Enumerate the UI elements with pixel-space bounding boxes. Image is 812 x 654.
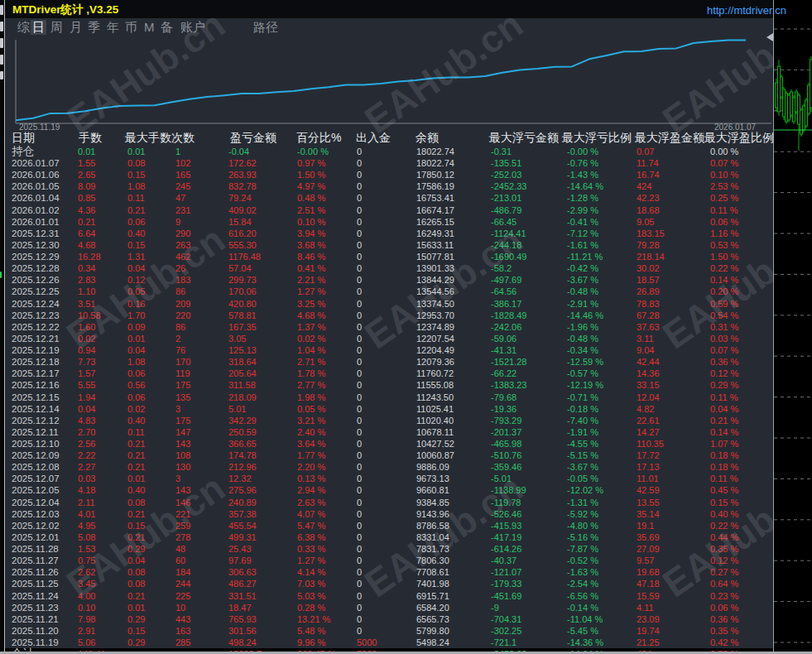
site-link[interactable]: http://mtdriver.cn: [707, 4, 786, 17]
table-cell: 209: [175, 298, 190, 310]
table-cell: 0: [357, 321, 362, 333]
table-cell: 290: [175, 228, 190, 239]
table-cell: -11.21 %: [567, 251, 603, 262]
table-cell: 0: [357, 356, 362, 368]
table-cell: 14.27: [637, 426, 660, 438]
table-cell: 2.83: [78, 274, 95, 286]
table-cell: -793.29: [491, 415, 521, 426]
table-cell: 3.05: [228, 333, 246, 344]
table-cell: 3.64 %: [297, 438, 325, 450]
table-cell: 0.94: [78, 344, 95, 356]
table-cell: 12.32: [228, 473, 252, 484]
table-row: 2026.01.071.550.08102172.620.97 %018022.…: [5, 157, 774, 169]
table-cell: -0.52 %: [567, 555, 598, 566]
table-cell: 342.29: [228, 415, 257, 426]
table-cell: 11243.50: [416, 392, 454, 403]
table-cell: 2025.11.19: [12, 637, 59, 648]
table-cell: 9.96 %: [297, 637, 325, 648]
table-cell: -40.37: [491, 555, 517, 566]
table-cell: 4.68 %: [297, 310, 325, 321]
table-cell: 5799.80: [416, 625, 449, 637]
table-cell: 22.61: [637, 415, 660, 426]
table-cell: 13844.29: [416, 274, 454, 286]
table-cell: 6.64: [78, 228, 95, 239]
table-cell: -1383.23: [491, 379, 526, 391]
table-cell: -4.80 %: [567, 520, 598, 531]
table-cell: 462: [175, 251, 190, 262]
table-cell: 12204.49: [416, 344, 454, 356]
table-cell: 1.98 %: [297, 392, 325, 403]
table-cell: 0.97 %: [297, 157, 325, 169]
table-cell: 0.36 %: [710, 613, 738, 625]
table-row: 2025.11.195.060.29285498.249.96 %5000549…: [5, 637, 774, 648]
table-cell: 1.07 %: [710, 438, 738, 450]
table-cell: 0.22 %: [710, 262, 738, 274]
table-cell: 212.96: [228, 461, 257, 473]
table-cell: -4.55 %: [567, 438, 598, 450]
table-cell: 0.15: [127, 625, 145, 637]
table-cell: 0.18 %: [710, 450, 738, 461]
table-cell: -0.18 %: [567, 403, 598, 415]
table-cell: 0.01: [127, 602, 145, 613]
table-cell: 17.72: [637, 450, 660, 461]
table-row: 2025.12.304.680.15263555.303.68 %015633.…: [5, 239, 774, 251]
table-cell: 15.84: [228, 216, 252, 228]
table-cell: -465.98: [491, 438, 521, 450]
table-cell: 2025.12.05: [12, 484, 60, 496]
table-row: 2025.12.024.950.15259455.545.47 %08786.5…: [5, 520, 774, 531]
table-cell: 0: [357, 531, 362, 543]
table-cell: 0.07: [637, 146, 654, 157]
table-cell: 4.36: [78, 204, 95, 216]
table-cell: 2026.01.07: [12, 157, 60, 169]
table-cell: 19.68: [637, 566, 660, 578]
table-row: 2025.12.2310.581.70220578.814.68 %012953…: [5, 310, 774, 321]
table-cell: -0.42 %: [567, 262, 598, 274]
table-cell: 11.74: [637, 157, 659, 169]
table-cell: 2025.12.07: [12, 473, 60, 484]
table-row: 2025.11.253.450.08244486.277.03 %07401.9…: [5, 578, 774, 589]
table-cell: 143: [175, 438, 190, 450]
table-cell: 16249.31: [416, 228, 454, 239]
table-cell: 0.35 %: [710, 543, 738, 555]
table-cell: 0: [357, 613, 362, 625]
table-cell: 5498.24: [416, 637, 449, 648]
table-cell: 9673.13: [416, 473, 449, 484]
table-cell: 2.91: [78, 625, 95, 637]
table-cell: 0: [357, 543, 362, 555]
collapse-arrow-icon[interactable]: [766, 33, 773, 41]
table-cell: -417.19: [491, 531, 521, 543]
table-cell: 8.46 %: [297, 251, 325, 262]
table-cell: 13901.33: [416, 262, 454, 274]
table-cell: -497.69: [491, 274, 521, 286]
table-cell: 0.29: [127, 613, 145, 625]
table-cell: 0: [357, 368, 362, 379]
table-cell: 16265.15: [416, 216, 454, 228]
table-cell: 0.10 %: [710, 169, 738, 180]
table-cell: 0.12 %: [710, 555, 738, 566]
table-cell: 10678.11: [416, 426, 454, 438]
table-cell: -179.33: [491, 578, 521, 589]
table-cell: 8786.58: [416, 520, 449, 531]
table-cell: 10.58: [78, 310, 101, 321]
table-cell: 146: [175, 497, 190, 508]
table-cell: 1.57: [78, 368, 95, 379]
table-cell: 1.70: [127, 310, 145, 321]
table-cell: 306.63: [228, 566, 257, 578]
table-cell: 持仓: [12, 146, 34, 157]
table-cell: 2.63 %: [297, 497, 325, 508]
table-cell: -614.26: [491, 543, 521, 555]
table-cell: 2025.12.30: [12, 239, 60, 251]
table-cell: 4.95: [78, 520, 95, 531]
table-cell: -2.99 %: [567, 204, 598, 216]
table-cell: 259: [175, 520, 190, 531]
table-cell: 331.51: [228, 590, 257, 602]
table-cell: 2025.11.28: [12, 543, 59, 555]
table-cell: 0.08: [127, 497, 145, 508]
table-cell: 183: [175, 274, 190, 286]
table-cell: 2025.12.01: [12, 531, 60, 543]
table-cell: -704.31: [491, 613, 521, 625]
table-cell: -302.25: [491, 625, 521, 637]
table-cell: -121.07: [491, 566, 521, 578]
table-cell: -201.37: [491, 426, 521, 438]
table-cell: 0.20 %: [710, 286, 738, 297]
